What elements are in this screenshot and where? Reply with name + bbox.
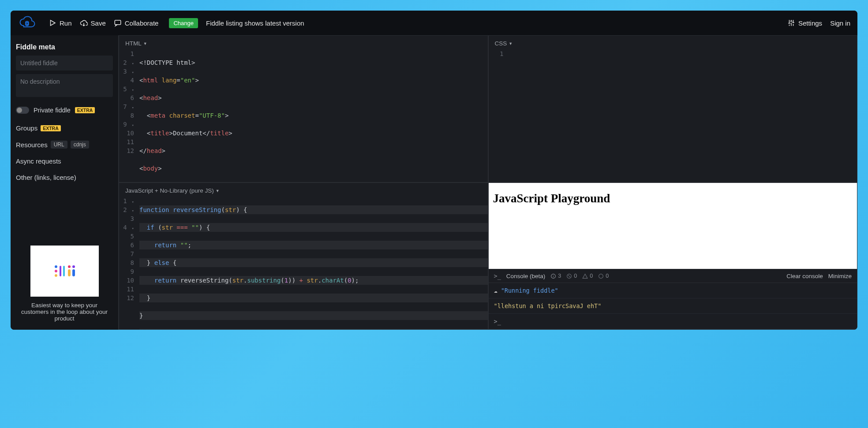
sidebar-item-other[interactable]: Other (links, license) <box>11 169 118 186</box>
settings-label: Settings <box>798 19 822 27</box>
play-icon <box>49 19 56 27</box>
sidebar: Fiddle meta Private fiddle EXTRA Groups … <box>11 35 119 330</box>
svg-point-8 <box>72 265 75 268</box>
svg-rect-5 <box>63 266 65 276</box>
js-gutter: 1 ▾ 2 ▾ 3 4 ▾ 5 6 7 8 9 10 11 12 <box>119 197 138 329</box>
change-badge[interactable]: Change <box>169 18 198 28</box>
css-editor[interactable]: 1 <box>489 49 857 182</box>
svg-rect-4 <box>60 266 61 276</box>
css-pane: CSS ▼ 1 <box>488 35 858 182</box>
fiddle-title-input[interactable] <box>16 56 113 71</box>
preview-frame: JavaScript Playground <box>489 183 857 269</box>
dropdown-icon: ▼ <box>216 189 220 193</box>
body: Fiddle meta Private fiddle EXTRA Groups … <box>11 35 857 330</box>
svg-rect-9 <box>72 269 75 276</box>
sliders-icon <box>787 19 795 27</box>
warn-count: 0 <box>582 273 593 279</box>
info2-icon <box>598 273 604 279</box>
html-pane-header[interactable]: HTML ▼ <box>119 36 488 49</box>
sidebar-item-resources[interactable]: Resources URL cdnjs <box>11 136 118 153</box>
css-gutter: 1 <box>489 49 508 182</box>
clear-console-button[interactable]: Clear console <box>786 273 823 279</box>
run-label: Run <box>60 19 72 27</box>
warn-icon <box>582 273 588 279</box>
console: >_ Console (beta) 3 0 0 <box>489 269 857 329</box>
ad-logo-icon <box>53 263 75 279</box>
sidebar-ad: Easiest way to keep your customers in th… <box>11 239 118 330</box>
info-count: 3 <box>550 273 561 279</box>
extra-badge: EXTRA <box>75 107 95 113</box>
cloud-logo-icon <box>18 16 37 30</box>
terminal-icon: >_ <box>494 272 501 279</box>
css-label: CSS <box>495 40 507 47</box>
collaborate-label: Collaborate <box>125 19 159 27</box>
other-label: Other (links, license) <box>16 174 76 181</box>
console-row: "llehstun a ni tpircSavaJ ehT" <box>489 298 857 314</box>
dropdown-icon: ▼ <box>509 41 513 46</box>
groups-label: Groups <box>16 124 37 132</box>
js-editor[interactable]: 1 ▾ 2 ▾ 3 4 ▾ 5 6 7 8 9 10 11 12 functio… <box>119 197 488 329</box>
ad-box[interactable] <box>30 246 99 297</box>
async-label: Async requests <box>16 157 61 165</box>
console-title: Console (beta) <box>506 273 546 279</box>
listing-text: Fiddle listing shows latest version <box>206 19 304 27</box>
header: Run Save Collaborate Change Fiddle listi… <box>11 11 857 35</box>
console-row: ☁ "Running fiddle" <box>489 283 857 298</box>
save-label: Save <box>91 19 106 27</box>
private-toggle[interactable] <box>16 107 29 114</box>
css-pane-header[interactable]: CSS ▼ <box>489 36 857 49</box>
console-header: >_ Console (beta) 3 0 0 <box>489 269 857 283</box>
dropdown-icon: ▼ <box>143 41 147 46</box>
js-code[interactable]: function reverseString(str) { if (str ==… <box>138 197 488 329</box>
ad-text: Easiest way to keep your customers in th… <box>18 302 111 322</box>
html-gutter: 1 2 ▾ 3 ▾ 4 5 ▾ 6 7 ▾ 8 9 ▾ 10 11 12 <box>119 49 138 182</box>
settings-button[interactable]: Settings <box>787 19 822 27</box>
collaborate-button[interactable]: Collaborate <box>114 19 159 27</box>
logo[interactable] <box>18 16 37 30</box>
minimize-console-button[interactable]: Minimize <box>828 273 852 279</box>
js-pane-header[interactable]: JavaScript + No-Library (pure JS) ▼ <box>119 183 488 197</box>
app-window: Run Save Collaborate Change Fiddle listi… <box>11 11 857 330</box>
main: HTML ▼ 1 2 ▾ 3 ▾ 4 5 ▾ 6 7 ▾ 8 9 ▾ 10 <box>119 35 857 330</box>
info-icon <box>550 273 556 279</box>
save-button[interactable]: Save <box>80 19 106 27</box>
error-count: 0 <box>566 273 577 279</box>
sidebar-item-groups[interactable]: Groups EXTRA <box>11 120 118 136</box>
html-editor[interactable]: 1 2 ▾ 3 ▾ 4 5 ▾ 6 7 ▾ 8 9 ▾ 10 11 12 <!D… <box>119 49 488 182</box>
console-text: "Running fiddle" <box>501 287 558 294</box>
error-icon <box>566 273 572 279</box>
html-label: HTML <box>125 40 142 47</box>
svg-rect-0 <box>115 20 121 25</box>
chat-icon <box>114 19 122 27</box>
css-code[interactable] <box>508 49 857 182</box>
console-prompt[interactable]: >_ <box>489 314 857 329</box>
console-text: "llehstun a ni tpircSavaJ ehT" <box>494 302 602 309</box>
svg-point-12 <box>599 274 603 278</box>
fiddle-meta-title: Fiddle meta <box>16 41 113 56</box>
svg-point-1 <box>55 265 57 268</box>
svg-point-2 <box>55 270 57 272</box>
svg-point-3 <box>55 274 57 277</box>
cdnjs-pill: cdnjs <box>71 141 89 149</box>
preview-console-pane: JavaScript Playground >_ Console (beta) … <box>488 182 858 330</box>
private-label: Private fiddle <box>34 107 71 114</box>
run-button[interactable]: Run <box>49 19 72 27</box>
cloud-save-icon <box>80 19 88 27</box>
signin-button[interactable]: Sign in <box>830 19 850 27</box>
svg-point-6 <box>68 265 71 268</box>
js-label: JavaScript + No-Library (pure JS) <box>125 187 214 194</box>
html-code[interactable]: <!DOCTYPE html> <html lang="en"> <head> … <box>138 49 488 182</box>
preview-heading: JavaScript Playground <box>493 192 853 205</box>
html-pane: HTML ▼ 1 2 ▾ 3 ▾ 4 5 ▾ 6 7 ▾ 8 9 ▾ 10 <box>119 35 488 182</box>
extra-badge: EXTRA <box>41 125 61 131</box>
prompt-text: >_ <box>494 318 501 325</box>
js-pane: JavaScript + No-Library (pure JS) ▼ 1 ▾ … <box>119 182 488 330</box>
svg-rect-7 <box>68 269 71 276</box>
debug-count: 0 <box>598 273 609 279</box>
cloud-icon: ☁ <box>494 287 498 294</box>
signin-label: Sign in <box>830 19 850 27</box>
fiddle-description-input[interactable] <box>16 74 113 97</box>
sidebar-item-async[interactable]: Async requests <box>11 153 118 169</box>
resources-label: Resources <box>16 141 48 149</box>
url-pill: URL <box>51 141 67 149</box>
